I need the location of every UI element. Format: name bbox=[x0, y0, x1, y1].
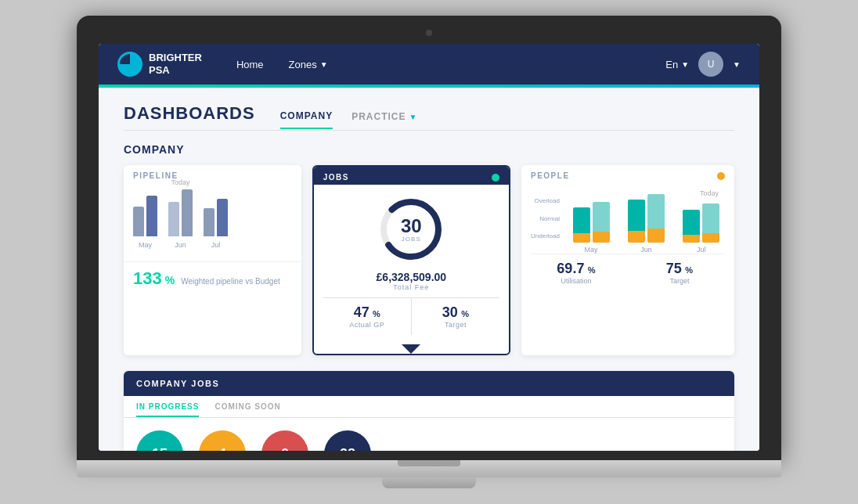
bar-month-may: May bbox=[139, 241, 152, 249]
people-card-header: PEOPLE bbox=[521, 165, 734, 183]
app-container: BRIGHTER PSA Home Zones ▼ bbox=[99, 44, 759, 451]
seg-may-orange bbox=[573, 233, 590, 243]
donut-number: 30 bbox=[401, 217, 422, 236]
logo-line2: PSA bbox=[149, 64, 202, 77]
bars-jun bbox=[168, 189, 193, 236]
people-bar-jul: Jul bbox=[678, 194, 725, 254]
jobs-fee-label: Total Fee bbox=[393, 283, 429, 291]
people-bar-jun: Jun bbox=[622, 194, 669, 254]
laptop-stand bbox=[382, 477, 476, 488]
nav-logo[interactable]: BRIGHTER PSA bbox=[117, 52, 202, 77]
company-jobs-section: COMPANY JOBS IN PROGRESS COMING SOON 1 bbox=[124, 371, 734, 451]
lang-selector[interactable]: En ▼ bbox=[665, 59, 689, 70]
people-month-may: May bbox=[585, 246, 598, 254]
pipeline-chart: May Today Jun bbox=[133, 189, 292, 252]
bar-may-1 bbox=[133, 207, 144, 236]
pipeline-percentage: 133 bbox=[133, 268, 162, 289]
lang-chevron-icon: ▼ bbox=[681, 60, 689, 69]
laptop-camera bbox=[426, 30, 432, 36]
pipeline-card: PIPELINE bbox=[124, 165, 301, 355]
utilisation-value: 69.7 bbox=[557, 261, 584, 276]
utilisation-label: Utilisation bbox=[531, 277, 622, 285]
bar-jul-2 bbox=[217, 199, 228, 236]
jobs-target: 30 % Target bbox=[412, 298, 499, 335]
y-label-overload: Overload bbox=[531, 197, 560, 204]
bars-jul bbox=[204, 199, 228, 236]
people-card: PEOPLE Overload Normal Underload bbox=[521, 165, 734, 355]
logo-text: BRIGHTER PSA bbox=[149, 52, 202, 76]
people-y-labels: Overload Normal Underload bbox=[531, 189, 564, 254]
actual-gp-value: 47 bbox=[354, 304, 370, 320]
nav-links: Home Zones ▼ bbox=[227, 54, 665, 75]
laptop-notch bbox=[398, 460, 460, 466]
tab-in-progress[interactable]: IN PROGRESS bbox=[136, 402, 199, 417]
people-bars-area: Today bbox=[568, 189, 725, 254]
bar-may-2 bbox=[146, 196, 157, 236]
seg-jun2-teal bbox=[647, 194, 665, 229]
bar-month-jun: Jun bbox=[175, 241, 186, 249]
y-label-underload: Underload bbox=[531, 232, 560, 239]
pipeline-pct-sym: % bbox=[165, 274, 175, 286]
jobs-fee: £6,328,509.00 bbox=[377, 271, 447, 283]
jobs-donut: 30 JOBS bbox=[376, 194, 446, 265]
logo-line1: BRIGHTER bbox=[149, 52, 202, 64]
donut-center: 30 JOBS bbox=[401, 217, 422, 243]
circle-navy[interactable]: 28 bbox=[324, 430, 371, 451]
nav-zones[interactable]: Zones ▼ bbox=[279, 54, 337, 75]
people-status-dot bbox=[717, 172, 725, 180]
donut-label: JOBS bbox=[401, 236, 422, 243]
stacked-bar-jun-2 bbox=[647, 194, 665, 243]
avatar[interactable]: U bbox=[698, 52, 723, 77]
seg-may2-orange bbox=[593, 232, 610, 243]
people-footer: 69.7 % Utilisation 75 % Target bbox=[531, 254, 725, 285]
seg-jul2-orange bbox=[702, 233, 719, 243]
tab-coming-soon[interactable]: COMING SOON bbox=[214, 402, 280, 417]
page-title: DASHBOARDS bbox=[124, 103, 255, 130]
circle-red[interactable]: 0 bbox=[261, 430, 308, 451]
expand-icon[interactable]: ▼ bbox=[733, 60, 741, 69]
pipeline-body: May Today Jun bbox=[124, 183, 301, 261]
company-jobs-circles: 15 4 0 28 bbox=[124, 418, 734, 451]
company-jobs-tabs: IN PROGRESS COMING SOON bbox=[124, 396, 734, 418]
circle-orange[interactable]: 4 bbox=[199, 430, 246, 451]
bar-group-may: May bbox=[133, 193, 157, 249]
bar-jun-1 bbox=[168, 202, 179, 236]
navbar: BRIGHTER PSA Home Zones ▼ bbox=[99, 44, 759, 85]
tab-practice[interactable]: PRACTICE ▼ bbox=[351, 111, 417, 128]
y-label-normal: Normal bbox=[531, 215, 560, 222]
content-area: DASHBOARDS COMPANY PRACTICE ▼ COM bbox=[99, 88, 759, 451]
people-target-value: 75 bbox=[666, 261, 682, 276]
laptop-screen: BRIGHTER PSA Home Zones ▼ bbox=[99, 44, 759, 451]
target-label: Target bbox=[418, 321, 493, 329]
seg-may2-teal bbox=[593, 202, 610, 232]
pipeline-description: Weighted pipeline vs Budget bbox=[181, 277, 280, 286]
company-jobs-header: COMPANY JOBS bbox=[124, 371, 734, 396]
cards-row: PIPELINE bbox=[124, 165, 734, 355]
bar-month-jul: Jul bbox=[211, 241, 221, 249]
jobs-actual-gp: 47 % Actual GP bbox=[323, 298, 412, 335]
seg-jul-orange bbox=[683, 235, 700, 243]
jobs-card: JOBS bbox=[312, 165, 510, 355]
people-bars-row: May bbox=[568, 199, 725, 254]
nav-home[interactable]: Home bbox=[227, 54, 273, 75]
seg-jun-orange bbox=[628, 231, 645, 243]
pipeline-footer: 133 % Weighted pipeline vs Budget bbox=[124, 261, 301, 292]
jobs-card-header: JOBS bbox=[314, 167, 509, 185]
screen-bezel: BRIGHTER PSA Home Zones ▼ bbox=[77, 16, 781, 460]
people-target-label: Target bbox=[634, 277, 725, 285]
seg-jul2-teal bbox=[702, 203, 719, 233]
people-month-jul: Jul bbox=[697, 246, 706, 254]
tab-company[interactable]: COMPANY bbox=[280, 110, 333, 129]
people-chart-area: Overload Normal Underload Today bbox=[531, 189, 725, 254]
jobs-card-triangle-icon bbox=[402, 344, 420, 354]
actual-gp-label: Actual GP bbox=[330, 321, 405, 329]
today-label-pipeline: Today bbox=[171, 178, 189, 186]
logo-icon bbox=[117, 52, 142, 77]
seg-jun2-orange bbox=[647, 229, 665, 243]
pipeline-card-header: PIPELINE bbox=[124, 165, 301, 183]
target-value: 30 bbox=[442, 304, 458, 320]
circle-teal[interactable]: 15 bbox=[136, 430, 183, 451]
seg-may-teal bbox=[573, 207, 590, 233]
bar-jul-1 bbox=[204, 208, 214, 236]
people-month-jun: Jun bbox=[640, 246, 652, 254]
